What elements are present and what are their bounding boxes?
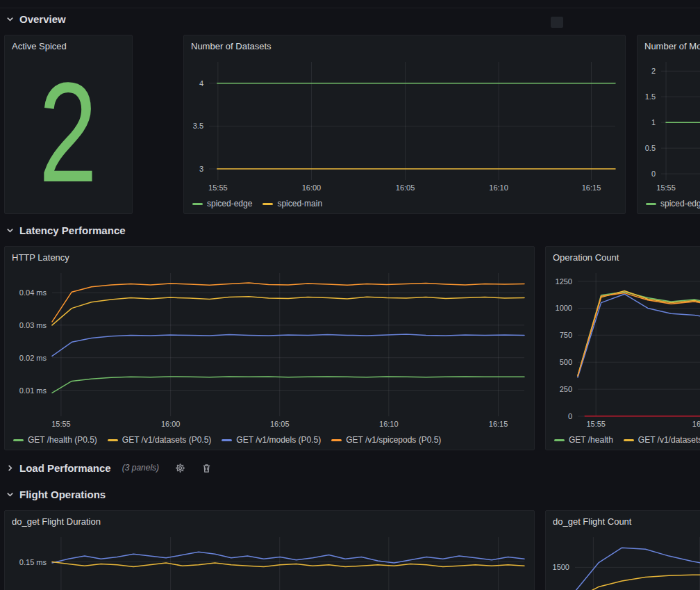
legend-series-label: GET /v1/datasets (P0.5) [122,435,212,445]
legend-item[interactable]: GET /v1/models (P0.5) [222,435,321,445]
svg-text:16:05: 16:05 [270,420,290,428]
svg-text:4: 4 [199,79,203,88]
svg-text:0.5: 0.5 [645,144,656,152]
row-panel-count: (3 panels) [122,463,159,473]
svg-text:250: 250 [560,385,572,393]
operation-count-legend: GET /healthGET /v1/datasetsGET /v1/model… [554,433,700,447]
svg-text:0: 0 [568,412,572,420]
svg-text:15:55: 15:55 [51,420,71,428]
datasets-legend: spiced-edgespiced-main [192,197,621,211]
http-latency-legend: GET /health (P0.5)GET /v1/datasets (P0.5… [13,433,530,447]
svg-text:16:05: 16:05 [396,183,415,192]
legend-series-label: GET /v1/datasets [638,435,700,445]
svg-text:16:00: 16:00 [692,420,700,428]
legend-item[interactable]: GET /v1/datasets [624,435,700,445]
legend-series-label: spiced-edge [660,199,700,208]
svg-text:0.04 ms: 0.04 ms [19,288,47,297]
svg-text:500: 500 [560,358,572,366]
legend-item[interactable]: spiced-edge [646,199,700,208]
legend-item[interactable]: spiced-main [262,199,322,208]
svg-text:3: 3 [199,165,203,173]
panel-title[interactable]: do_get Flight Count [546,511,700,531]
panel-number-of-datasets: Number of Datasets 15:5516:0016:0516:101… [183,35,626,214]
http-latency-chart[interactable]: 15:5516:0016:0516:1016:150.01 ms0.02 ms0… [9,268,530,430]
legend-series-label: spiced-edge [207,199,252,208]
legend-item[interactable]: GET /health (P0.5) [13,435,97,445]
datasets-chart[interactable]: 15:5516:0016:0516:1016:1533.54 [188,56,621,194]
row-header-latency-performance[interactable]: Latency Performance [6,222,126,238]
panel-flight-duration: do_get Flight Duration 15:5516:0016:0516… [4,510,535,590]
panel-http-latency: HTTP Latency 15:5516:0016:0516:1016:150.… [4,246,535,450]
svg-text:16:00: 16:00 [161,420,181,428]
row-header-flight-operations[interactable]: Flight Operations [6,486,106,502]
row-title: Flight Operations [19,489,106,500]
chevron-down-icon [6,490,15,499]
operation-count-chart[interactable]: 15:5516:0016:0516:1016:15025050075010001… [550,268,700,430]
chevron-down-icon [6,226,15,235]
svg-text:15:55: 15:55 [656,183,676,192]
panel-title[interactable]: HTTP Latency [5,247,534,267]
svg-text:15:55: 15:55 [208,183,228,192]
panel-title[interactable]: Operation Count [546,247,700,267]
svg-text:0.01 ms: 0.01 ms [19,386,47,395]
panel-number-of-models: Number of Models 15:5516:0016:0516:1016:… [637,35,700,214]
row-header-overview[interactable]: Overview [6,10,66,27]
svg-text:16:15: 16:15 [582,183,601,192]
legend-series-color [222,439,232,441]
legend-series-label: GET /v1/spicepods (P0.5) [346,435,441,445]
panel-operation-count: Operation Count 15:5516:0016:0516:1016:1… [545,246,700,450]
panel-flight-count: do_get Flight Count 15:5516:0016:0516:10… [545,510,700,590]
legend-series-color [624,439,634,441]
svg-text:15:55: 15:55 [586,420,606,428]
stat-value: 2 [39,72,97,192]
legend-series-color [13,439,24,441]
legend-series-color [554,439,565,441]
top-divider [0,0,700,8]
trash-icon[interactable] [201,463,212,473]
legend-item[interactable]: GET /health [554,435,613,445]
row-title: Load Performance [19,462,111,474]
svg-text:750: 750 [560,331,572,339]
svg-text:1500: 1500 [553,563,569,571]
legend-item[interactable]: GET /v1/datasets (P0.5) [108,435,212,445]
row-header-load-performance[interactable]: Load Performance (3 panels) [6,459,212,476]
legend-item[interactable]: spiced-edge [192,199,252,208]
legend-series-color [646,203,656,205]
svg-text:0.02 ms: 0.02 ms [19,354,47,362]
svg-text:1.5: 1.5 [645,92,656,101]
svg-text:0.03 ms: 0.03 ms [19,321,47,329]
legend-series-label: GET /health (P0.5) [28,435,97,445]
grafana-dashboard: Overview Active Spiced 2 Number of Datas… [0,0,700,590]
svg-text:1: 1 [651,118,656,126]
panel-active-spiced: Active Spiced 2 [4,35,133,214]
gear-icon[interactable] [175,463,185,473]
models-legend: spiced-edge [646,197,700,211]
legend-item[interactable]: GET /v1/spicepods (P0.5) [331,435,441,445]
legend-series-label: GET /health [569,435,613,445]
row-options-button[interactable] [551,17,563,28]
chevron-down-icon [6,15,15,24]
panel-title[interactable]: do_get Flight Duration [5,511,534,531]
legend-series-color [262,203,273,205]
svg-text:16:10: 16:10 [489,183,508,192]
legend-series-label: spiced-main [277,199,322,208]
flight-duration-chart[interactable]: 15:5516:0016:0516:1016:150.15 ms [9,532,530,590]
legend-series-color [331,439,342,441]
svg-text:1000: 1000 [556,304,572,312]
legend-series-label: GET /v1/models (P0.5) [236,435,321,445]
models-chart[interactable]: 15:5516:0016:0516:1016:1500.511.52 [642,56,700,194]
svg-text:2: 2 [651,67,656,75]
stat-value-wrap: 2 [5,55,132,209]
flight-count-chart[interactable]: 15:5516:0016:0516:1016:151500 [550,532,700,590]
panel-title[interactable]: Number of Models [638,35,700,56]
svg-text:16:00: 16:00 [302,183,322,192]
svg-text:0: 0 [651,170,656,178]
row-title: Latency Performance [19,224,126,236]
chevron-right-icon [6,464,15,473]
svg-text:16:10: 16:10 [379,420,399,428]
panel-title[interactable]: Number of Datasets [184,35,625,56]
row-title: Overview [19,13,66,25]
svg-text:16:15: 16:15 [489,420,508,428]
legend-series-color [108,439,118,441]
legend-series-color [192,203,203,205]
